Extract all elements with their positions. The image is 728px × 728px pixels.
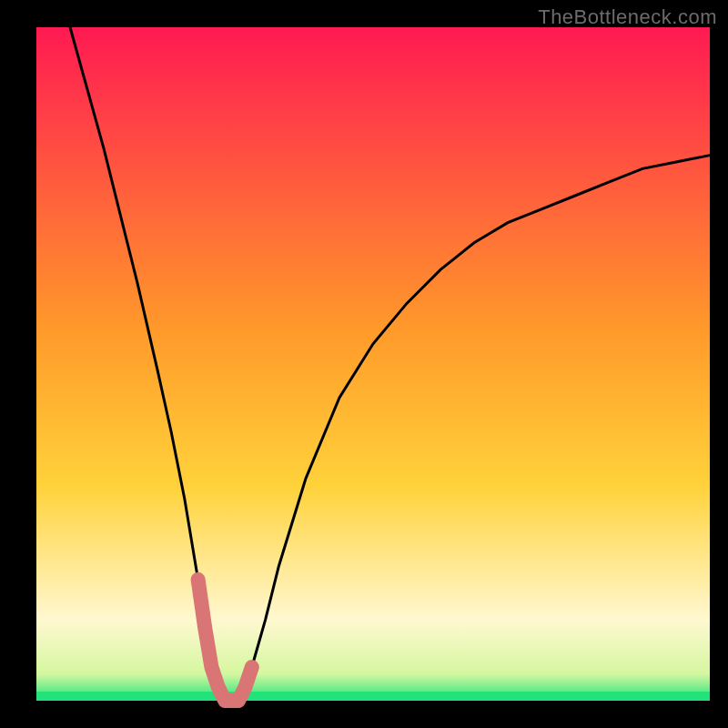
gradient-background xyxy=(36,27,710,701)
plot-area xyxy=(36,27,710,701)
chart-svg xyxy=(0,0,728,728)
watermark-text: TheBottleneck.com xyxy=(538,5,717,29)
bottom-green-band xyxy=(36,692,710,701)
chart-frame: TheBottleneck.com xyxy=(0,0,728,728)
